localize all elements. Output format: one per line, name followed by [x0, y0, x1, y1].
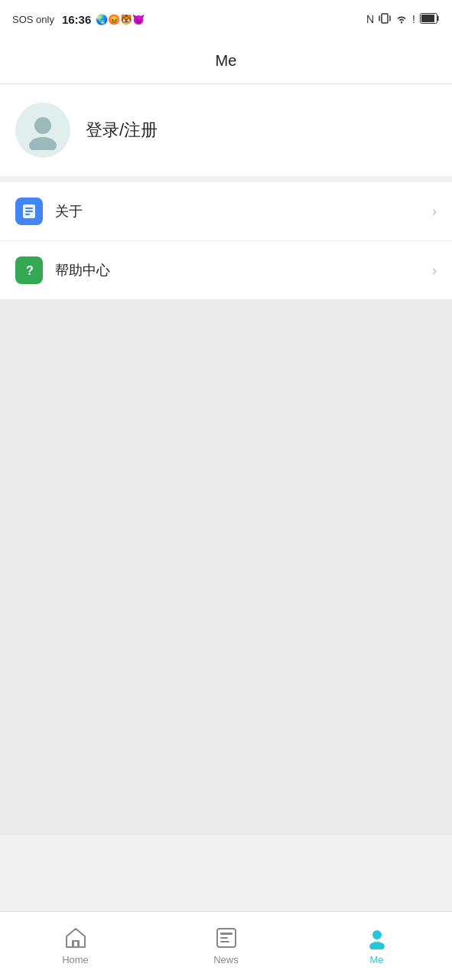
help-arrow-icon: › [432, 263, 437, 279]
question-icon: ? [21, 262, 37, 279]
svg-rect-4 [421, 15, 434, 22]
svg-rect-0 [382, 14, 388, 23]
status-emojis: 🌏😡🐯😈 [96, 14, 145, 25]
status-right: N ! [366, 12, 440, 27]
svg-rect-14 [220, 933, 233, 935]
svg-rect-8 [25, 207, 33, 209]
menu-list: 关于 › ? 帮助中心 › [0, 182, 452, 299]
gray-area [0, 299, 452, 835]
me-nav-label: Me [369, 954, 383, 965]
svg-point-17 [372, 930, 382, 939]
me-icon [366, 926, 389, 949]
profile-section[interactable]: 登录/注册 [0, 84, 452, 182]
help-label: 帮助中心 [55, 261, 432, 279]
avatar [15, 103, 70, 158]
bottom-navigation: Home News Me [0, 911, 452, 980]
status-bar: SOS only 16:36 🌏😡🐯😈 N ! [0, 0, 452, 38]
status-time: 16:36 [62, 13, 91, 26]
home-nav-label: Home [62, 954, 89, 965]
svg-point-6 [29, 137, 57, 150]
vibrate-icon [379, 12, 391, 27]
menu-item-help[interactable]: ? 帮助中心 › [0, 241, 452, 299]
battery-icon [420, 13, 440, 26]
svg-rect-9 [25, 211, 33, 212]
sos-text: SOS only [12, 14, 54, 25]
nfc-icon: N [366, 13, 374, 25]
about-label: 关于 [55, 202, 432, 220]
news-nav-label: News [213, 954, 239, 965]
news-icon [215, 926, 238, 949]
svg-rect-16 [220, 941, 229, 942]
nav-item-home[interactable]: Home [0, 912, 151, 980]
home-icon [64, 926, 87, 949]
login-text: 登录/注册 [86, 119, 158, 142]
svg-rect-15 [220, 937, 228, 939]
svg-rect-10 [25, 214, 30, 215]
menu-item-about[interactable]: 关于 › [0, 182, 452, 241]
page-header: Me [0, 38, 452, 84]
page-title: Me [216, 52, 237, 69]
nav-item-me[interactable]: Me [301, 912, 452, 980]
wifi-icon [395, 12, 408, 27]
document-icon [21, 203, 37, 220]
svg-text:?: ? [26, 264, 34, 277]
battery-alert-icon: ! [412, 13, 415, 25]
help-icon-wrapper: ? [15, 256, 43, 284]
svg-point-5 [34, 117, 51, 134]
about-arrow-icon: › [432, 204, 437, 220]
svg-rect-12 [73, 941, 78, 947]
svg-point-18 [369, 942, 385, 949]
status-left: SOS only 16:36 🌏😡🐯😈 [12, 13, 145, 26]
about-icon-wrapper [15, 198, 43, 225]
avatar-icon [15, 103, 70, 158]
nav-item-news[interactable]: News [151, 912, 301, 980]
